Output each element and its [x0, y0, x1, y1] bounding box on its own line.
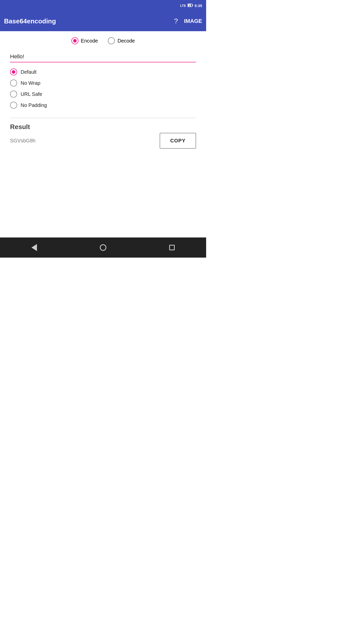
default-radio[interactable]: [10, 68, 17, 75]
nowrap-radio[interactable]: [10, 79, 17, 87]
input-section: [10, 51, 196, 62]
option-nowrap[interactable]: No Wrap: [10, 79, 196, 87]
decode-radio[interactable]: [108, 37, 115, 44]
signal-icon: LTE: [180, 4, 186, 8]
mode-selector: Encode Decode: [10, 37, 196, 44]
default-label: Default: [21, 69, 36, 75]
encoding-options: Default No Wrap URL Safe No Padding: [10, 68, 196, 109]
battery-icon: [188, 4, 193, 8]
decode-option[interactable]: Decode: [108, 37, 135, 44]
nowrap-label: No Wrap: [21, 80, 40, 86]
nav-bar: [0, 237, 206, 258]
divider: [10, 118, 196, 118]
nopadding-radio[interactable]: [10, 102, 17, 109]
text-input[interactable]: [10, 51, 196, 62]
status-icons: LTE 5:35: [180, 4, 202, 8]
back-icon[interactable]: [31, 244, 37, 251]
svg-rect-1: [192, 5, 193, 6]
result-label: Result: [10, 123, 196, 131]
content-area: Encode Decode Default No Wrap URL Safe N…: [0, 31, 206, 237]
image-button[interactable]: IMAGE: [184, 18, 202, 24]
app-title: Base64encoding: [4, 17, 174, 25]
status-time: 5:35: [195, 4, 202, 8]
help-icon[interactable]: ?: [174, 17, 178, 25]
status-bar: LTE 5:35: [0, 0, 206, 11]
result-value: SGVsbG8h: [10, 138, 35, 144]
home-icon[interactable]: [100, 244, 106, 251]
app-bar: Base64encoding ? IMAGE: [0, 11, 206, 31]
app-bar-actions: ? IMAGE: [174, 17, 202, 25]
copy-button[interactable]: COPY: [160, 133, 196, 149]
option-urlsafe[interactable]: URL Safe: [10, 91, 196, 98]
nopadding-label: No Padding: [21, 102, 47, 108]
decode-label: Decode: [117, 38, 135, 44]
option-default[interactable]: Default: [10, 68, 196, 75]
recent-apps-icon[interactable]: [169, 245, 175, 250]
encode-radio[interactable]: [71, 37, 78, 44]
option-nopadding[interactable]: No Padding: [10, 102, 196, 109]
encode-option[interactable]: Encode: [71, 37, 98, 44]
urlsafe-radio[interactable]: [10, 91, 17, 98]
result-section: Result SGVsbG8h COPY: [10, 123, 196, 149]
result-row: SGVsbG8h COPY: [10, 133, 196, 149]
encode-label: Encode: [81, 38, 98, 44]
urlsafe-label: URL Safe: [21, 91, 42, 97]
